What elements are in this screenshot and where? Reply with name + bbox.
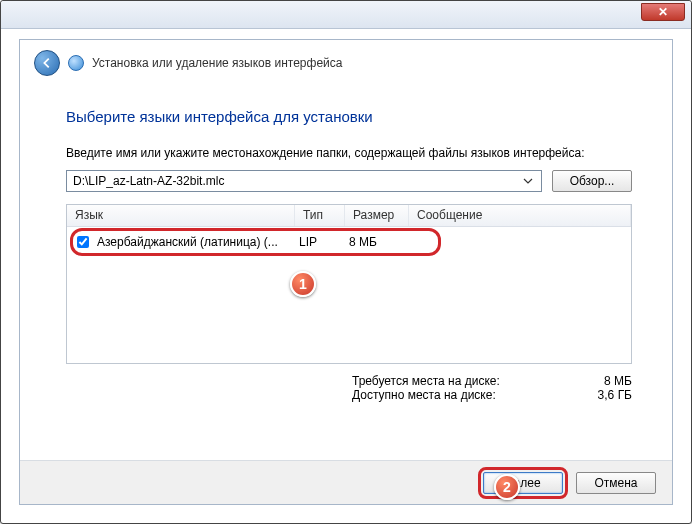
row-checkbox-cell bbox=[73, 236, 93, 248]
footer: Далее Отмена bbox=[20, 460, 672, 504]
annotation-highlight-2: Далее bbox=[478, 467, 568, 499]
content: Выберите языки интерфейса для установки … bbox=[20, 86, 672, 412]
annotation-marker-1: 1 bbox=[290, 271, 316, 297]
window: ✕ Установка или удаление языков интерфей… bbox=[0, 0, 692, 524]
col-message[interactable]: Сообщение bbox=[409, 205, 631, 226]
arrow-left-icon bbox=[40, 56, 54, 70]
close-button[interactable]: ✕ bbox=[641, 3, 685, 21]
close-icon: ✕ bbox=[658, 5, 668, 19]
header-title: Установка или удаление языков интерфейса bbox=[92, 56, 342, 70]
cancel-button[interactable]: Отмена bbox=[576, 472, 656, 494]
col-size[interactable]: Размер bbox=[345, 205, 409, 226]
path-combobox[interactable]: D:\LIP_az-Latn-AZ-32bit.mlc bbox=[66, 170, 542, 192]
page-heading: Выберите языки интерфейса для установки bbox=[66, 108, 632, 125]
chevron-down-icon bbox=[523, 175, 533, 189]
required-space-label: Требуется места на диске: bbox=[352, 374, 542, 388]
globe-icon bbox=[68, 55, 84, 71]
available-space-label: Доступно места на диске: bbox=[352, 388, 542, 402]
annotation-marker-2: 2 bbox=[494, 474, 520, 500]
language-table: Язык Тип Размер Сообщение Азербайджански… bbox=[66, 204, 632, 364]
cell-type: LIP bbox=[299, 235, 349, 249]
wizard-panel: Установка или удаление языков интерфейса… bbox=[19, 39, 673, 505]
col-language[interactable]: Язык bbox=[67, 205, 295, 226]
col-type[interactable]: Тип bbox=[295, 205, 345, 226]
required-space-value: 8 МБ bbox=[572, 374, 632, 388]
path-value: D:\LIP_az-Latn-AZ-32bit.mlc bbox=[73, 174, 224, 188]
browse-button[interactable]: Обзор... bbox=[552, 170, 632, 192]
cell-language: Азербайджанский (латиница) (... bbox=[93, 235, 299, 249]
table-header: Язык Тип Размер Сообщение bbox=[67, 205, 631, 227]
table-row[interactable]: Азербайджанский (латиница) (... LIP 8 МБ bbox=[73, 233, 438, 251]
available-space-value: 3,6 ГБ bbox=[572, 388, 632, 402]
instruction-text: Введите имя или укажите местонахождение … bbox=[66, 145, 632, 162]
back-button[interactable] bbox=[34, 50, 60, 76]
row-checkbox[interactable] bbox=[77, 236, 89, 248]
cell-size: 8 МБ bbox=[349, 235, 413, 249]
titlebar: ✕ bbox=[1, 1, 691, 29]
disk-info: Требуется места на диске:8 МБ Доступно м… bbox=[66, 374, 632, 402]
annotation-highlight-1: Азербайджанский (латиница) (... LIP 8 МБ bbox=[70, 228, 441, 256]
path-row: D:\LIP_az-Latn-AZ-32bit.mlc Обзор... bbox=[66, 170, 632, 192]
header: Установка или удаление языков интерфейса bbox=[20, 40, 672, 86]
